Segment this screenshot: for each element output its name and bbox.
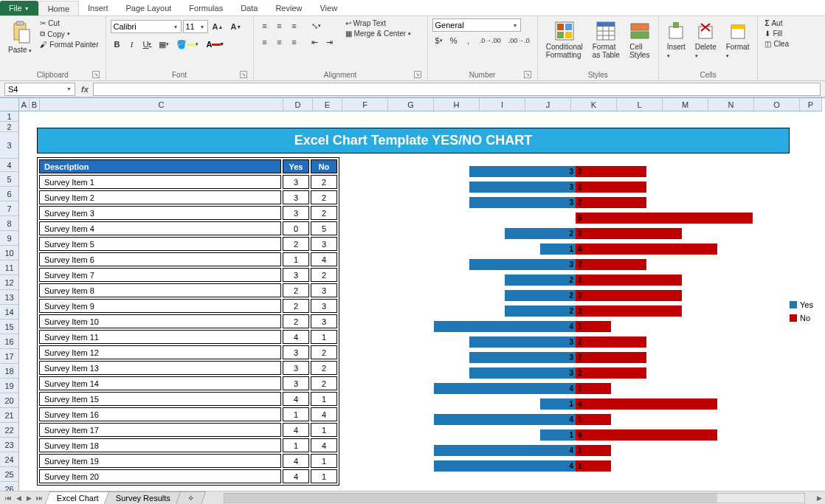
row-header[interactable]: 17 [0,349,19,364]
clear-button[interactable]: ◫Clea [762,39,791,49]
alignment-dialog-launcher[interactable]: ↘ [414,71,421,78]
merge-center-button[interactable]: ▦Merge & Center ▾ [343,29,414,38]
decrease-decimal-button[interactable]: .00→.0 [505,33,533,48]
column-header[interactable]: C [40,98,283,111]
autosum-button[interactable]: ΣAut [762,18,791,28]
column-header[interactable]: J [525,98,571,111]
row-header[interactable]: 8 [0,216,19,231]
sheet-nav-next[interactable]: ▶ [24,494,34,502]
align-center-button[interactable]: ≡ [273,35,286,49]
row-header[interactable]: 11 [0,260,19,275]
delete-cells-button[interactable]: Delete▾ [691,18,720,69]
tab-review[interactable]: Review [266,1,311,15]
fill-button[interactable]: ⬇Fill [762,29,791,38]
row-header[interactable]: 22 [0,423,19,438]
name-box[interactable]: S4▼ [4,83,75,96]
formula-input[interactable] [93,83,821,96]
select-all-corner[interactable] [0,98,19,111]
table-row[interactable]: Survey Item 732 [39,268,337,282]
table-row[interactable]: Survey Item 405 [39,221,337,235]
format-as-table-button[interactable]: Format as Table [589,18,624,69]
column-header[interactable]: H [434,98,480,111]
row-header[interactable]: 13 [0,290,19,305]
cell-styles-button[interactable]: Cell Styles [626,18,654,69]
conditional-formatting-button[interactable]: Conditional Formatting [542,18,587,69]
orientation-button[interactable]: ⤡▾ [308,18,324,33]
table-row[interactable]: Survey Item 1541 [39,392,337,406]
align-middle-button[interactable]: ≡ [273,18,286,33]
row-header[interactable]: 9 [0,231,19,246]
font-color-button[interactable]: A▾ [203,37,227,52]
row-header[interactable]: 1 [0,111,19,122]
table-row[interactable]: Survey Item 1023 [39,314,337,328]
row-header[interactable]: 7 [0,201,19,216]
increase-indent-button[interactable]: ⇥ [323,35,336,49]
table-row[interactable]: Survey Item 1332 [39,361,337,375]
row-header[interactable]: 20 [0,393,19,408]
tab-insert[interactable]: Insert [79,1,117,15]
row-header[interactable]: 6 [0,187,19,201]
align-bottom-button[interactable]: ≡ [288,18,301,33]
row-header[interactable]: 2 [0,122,19,132]
table-row[interactable]: Survey Item 823 [39,283,337,297]
row-header[interactable]: 16 [0,334,19,349]
row-header[interactable]: 3 [0,132,19,159]
align-top-button[interactable]: ≡ [258,18,272,33]
align-right-button[interactable]: ≡ [288,35,301,49]
format-painter-button[interactable]: 🖌Format Painter [38,40,100,49]
column-header[interactable]: N [708,98,754,111]
row-header[interactable]: 18 [0,364,19,379]
row-header[interactable]: 10 [0,246,19,260]
column-header[interactable]: L [617,98,663,111]
increase-decimal-button[interactable]: .0→.00 [477,33,504,48]
table-row[interactable]: Survey Item 1941 [39,454,337,468]
column-header[interactable]: F [342,98,388,111]
increase-font-button[interactable]: A▲ [210,19,227,34]
decrease-indent-button[interactable]: ⇤ [308,35,322,49]
row-header[interactable]: 25 [0,467,19,482]
decrease-font-button[interactable]: A▼ [227,19,244,34]
table-row[interactable]: Survey Item 1141 [39,330,337,344]
tab-file[interactable]: File▼ [0,1,38,15]
table-row[interactable]: Survey Item 1614 [39,407,337,421]
sheet-nav-prev[interactable]: ◀ [13,494,24,502]
row-header[interactable]: 14 [0,305,19,320]
table-row[interactable]: Survey Item 1814 [39,438,337,452]
sheet-tab-new[interactable]: ✧ [176,491,207,505]
fill-color-button[interactable]: 🪣▾ [173,37,201,52]
table-row[interactable]: Survey Item 1741 [39,423,337,437]
row-header[interactable]: 19 [0,379,19,393]
row-header[interactable]: 24 [0,452,19,467]
sheet-tab-survey-results[interactable]: Survey Results [104,491,182,504]
format-cells-button[interactable]: Format▾ [722,18,753,69]
column-header[interactable]: K [571,98,617,111]
table-row[interactable]: Survey Item 2041 [39,469,337,483]
table-row[interactable]: Survey Item 923 [39,299,337,313]
row-header[interactable]: 26 [0,482,19,491]
table-row[interactable]: Survey Item 232 [39,190,337,204]
row-header[interactable]: 15 [0,320,19,334]
font-size-combo[interactable]: 11▼ [183,20,208,33]
number-dialog-launcher[interactable]: ↘ [524,71,531,78]
table-row[interactable]: Survey Item 1232 [39,345,337,359]
borders-button[interactable]: ▦▾ [156,37,172,52]
percent-button[interactable]: % [447,33,460,48]
comma-button[interactable]: , [462,33,475,48]
accounting-button[interactable]: $▾ [432,33,446,48]
column-header[interactable]: P [800,98,822,111]
paste-button[interactable]: Paste ▾ [4,18,35,69]
row-header[interactable]: 12 [0,275,19,290]
bold-button[interactable]: B [111,37,124,52]
column-header[interactable]: A [19,98,30,111]
row-header[interactable]: 4 [0,159,19,172]
fx-icon[interactable]: fx [77,85,93,94]
worksheet-grid[interactable]: ABCDEFGHIJKLMNOP 12345678910111213141516… [0,97,825,491]
insert-cells-button[interactable]: Insert▾ [663,18,689,69]
column-header[interactable]: B [30,98,40,111]
column-header[interactable]: M [663,98,708,111]
table-row[interactable]: Survey Item 614 [39,252,337,266]
italic-button[interactable]: I [125,37,139,52]
tab-view[interactable]: View [311,1,346,15]
column-header[interactable]: E [313,98,342,111]
tab-formulas[interactable]: Formulas [180,1,232,15]
